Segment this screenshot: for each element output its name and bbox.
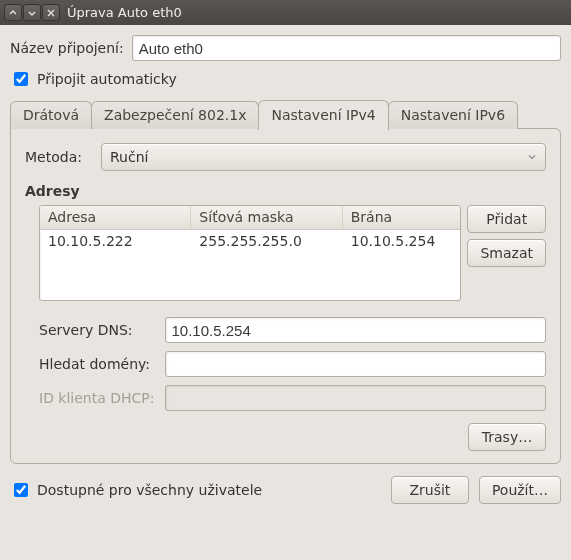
- search-domains-label: Hledat domény:: [39, 356, 155, 372]
- connection-name-input[interactable]: [132, 35, 561, 61]
- ipv4-panel: Metoda: Ruční Adresy Adresa Síťová maska…: [10, 128, 561, 464]
- all-users-label: Dostupné pro všechny uživatele: [37, 482, 262, 498]
- routes-button[interactable]: Trasy…: [468, 423, 546, 451]
- method-select[interactable]: Ruční: [101, 143, 546, 171]
- cell-gateway: 10.10.5.254: [343, 230, 461, 252]
- table-row[interactable]: 10.10.5.222 255.255.255.0 10.10.5.254: [40, 230, 460, 252]
- addresses-table[interactable]: Adresa Síťová maska Brána 10.10.5.222 25…: [39, 205, 461, 301]
- auto-connect-checkbox[interactable]: Připojit automaticky: [10, 69, 561, 89]
- addresses-heading: Adresy: [25, 183, 546, 199]
- window-titlebar: Úprava Auto eth0: [0, 0, 571, 25]
- auto-connect-label: Připojit automaticky: [37, 71, 177, 87]
- cancel-button[interactable]: Zrušit: [391, 476, 469, 504]
- connection-name-label: Název připojení:: [10, 40, 124, 56]
- add-button[interactable]: Přidat: [467, 205, 546, 233]
- col-address: Adresa: [40, 206, 191, 229]
- method-select-value: Ruční: [110, 149, 148, 165]
- dhcp-client-id-input: [165, 385, 547, 411]
- method-label: Metoda:: [25, 149, 93, 165]
- tab-ipv4-settings[interactable]: Nastavení IPv4: [258, 100, 388, 130]
- cell-netmask: 255.255.255.0: [191, 230, 342, 252]
- window-title: Úprava Auto eth0: [67, 5, 182, 20]
- window-minimize-button[interactable]: [4, 4, 22, 21]
- tab-security-8021x[interactable]: Zabezpečení 802.1x: [91, 101, 259, 129]
- cell-address: 10.10.5.222: [40, 230, 191, 252]
- tab-strip: Drátová Zabezpečení 802.1x Nastavení IPv…: [10, 99, 561, 129]
- col-netmask: Síťová maska: [191, 206, 342, 229]
- window-maximize-button[interactable]: [23, 4, 41, 21]
- auto-connect-checkbox-input[interactable]: [14, 72, 28, 86]
- chevron-down-icon: [527, 152, 537, 162]
- all-users-checkbox[interactable]: Dostupné pro všechny uživatele: [10, 480, 262, 500]
- window-close-button[interactable]: [42, 4, 60, 21]
- tab-ipv6-settings[interactable]: Nastavení IPv6: [388, 101, 518, 129]
- addresses-table-header: Adresa Síťová maska Brána: [40, 206, 460, 230]
- apply-button[interactable]: Použít…: [479, 476, 561, 504]
- col-gateway: Brána: [343, 206, 461, 229]
- dns-input[interactable]: [165, 317, 547, 343]
- all-users-checkbox-input[interactable]: [14, 483, 28, 497]
- search-domains-input[interactable]: [165, 351, 547, 377]
- delete-button[interactable]: Smazat: [467, 239, 546, 267]
- tab-wired[interactable]: Drátová: [10, 101, 92, 129]
- dns-label: Servery DNS:: [39, 322, 155, 338]
- dhcp-client-id-label: ID klienta DHCP:: [39, 390, 155, 406]
